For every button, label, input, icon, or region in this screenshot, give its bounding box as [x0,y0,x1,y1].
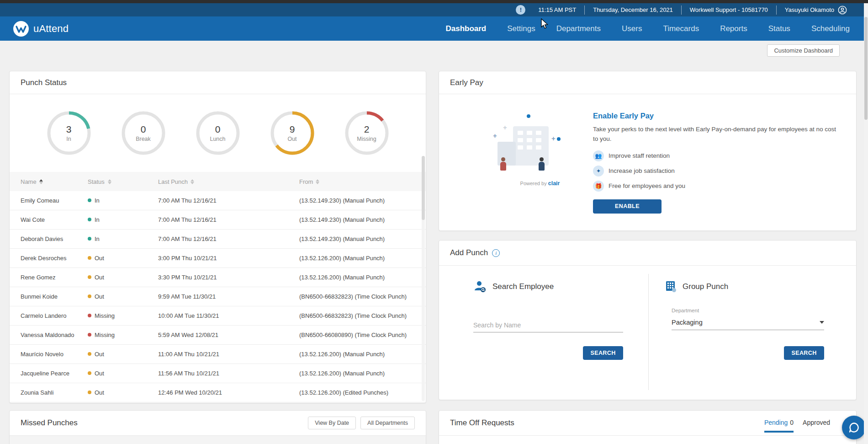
top-status-bar: ! 11:15 AM PST Thursday, December 16, 20… [0,3,868,16]
department-select[interactable]: Packaging [672,317,824,330]
circle-label: Break [136,136,151,142]
customize-dashboard-button[interactable]: Customize Dashboard [767,44,840,57]
sparkles-icon: ✦ [593,166,604,177]
status-dot [88,391,91,394]
table-scroll-thumb[interactable] [422,156,425,220]
table-row[interactable]: Rene GomezOut3:30 PM Thu 10/21/21(13.52.… [10,268,426,287]
time-off-header: Time Off Requests Pending 0 Approved [439,411,856,436]
alert-icon[interactable]: ! [516,5,525,15]
info-icon[interactable]: i [492,249,500,257]
nav-item-reports[interactable]: Reports [720,24,747,33]
powered-by-clair: Powered by clair [506,180,574,187]
nav-item-status[interactable]: Status [768,24,790,33]
status-dot [88,218,91,221]
chat-launcher-button[interactable] [842,416,866,439]
table-row[interactable]: Vanessa MaldonadoMissing5:59 AM Wed 12/0… [10,326,426,345]
column-header-status[interactable]: Status [88,178,158,185]
nav-item-timecards[interactable]: Timecards [663,24,699,33]
table-row[interactable]: Emily ComeauIn7:00 AM Thu 12/16/21(13.52… [10,191,426,210]
table-row[interactable]: Bunmei KoideOut9:59 AM Tue 11/30/21(BN65… [10,287,426,306]
table-row[interactable]: Jacqueline PearceOut11:56 AM Thu 10/21/2… [10,364,426,383]
early-pay-title: Early Pay [450,78,483,87]
early-pay-card: Early Pay + + + [439,71,857,231]
tab-approved[interactable]: Approved [803,419,832,427]
table-row[interactable]: Deborah DaviesIn7:00 AM Thu 12/16/21(13.… [10,230,426,249]
punch-status-header: Punch Status [10,71,426,94]
cell-from: (13.52.149.230) (Manual Punch) [299,216,426,224]
cell-last-punch: 7:00 AM Thu 12/16/21 [158,235,299,243]
cell-status: Missing [88,331,158,339]
circle-label: Out [287,136,296,142]
column-header-name[interactable]: Name [21,178,88,185]
cell-from: (13.52.126.200) (Manual Punch) [299,273,426,282]
cell-from: (BN6500-66832823) (Time Clock Punch) [299,293,426,301]
cell-from: (13.52.149.230) (Manual Punch) [299,197,426,205]
nav-item-scheduling[interactable]: Scheduling [811,24,850,33]
punch-circle-in[interactable]: 3In [46,110,92,156]
punch-status-title: Punch Status [21,78,67,87]
search-employee-input[interactable] [473,320,623,332]
cell-from: (13.52.126.200) (Manual Punch) [299,350,426,358]
department-selected-value: Packaging [672,319,703,326]
nav-item-settings[interactable]: Settings [507,24,535,33]
user-menu[interactable]: Yasuyuki Okamoto [776,5,855,15]
table-scrollbar[interactable] [422,156,425,401]
user-name: Yasuyuki Okamoto [785,6,834,13]
cell-name: Carmelo Landero [21,312,88,320]
early-pay-paragraph: Take your perks to the next level with E… [593,125,842,144]
cell-last-punch: 7:00 AM Thu 12/16/21 [158,216,299,224]
punch-circle-out[interactable]: 9Out [270,110,315,156]
table-row[interactable]: Carmelo LanderoMissing10:00 AM Tue 11/30… [10,306,426,326]
cell-last-punch: 10:00 AM Tue 11/30/21 [158,312,299,320]
search-employee-button[interactable]: SEARCH [583,346,623,360]
cell-last-punch: 9:59 AM Tue 11/30/21 [158,293,299,301]
add-punch-body: Search Employee SEARCH Group Punch Depar… [439,266,856,400]
cell-status: In [88,216,158,224]
cell-last-punch: 3:30 PM Thu 10/21/21 [158,273,299,282]
sort-icon [191,179,194,184]
page-scrollbar[interactable] [864,3,868,444]
brand-logo[interactable]: uAttend [13,21,69,37]
time-off-tabs: Pending 0 Approved [764,419,845,427]
column-header-from[interactable]: From [299,178,426,185]
punch-circle-lunch[interactable]: 0Lunch [195,110,241,156]
early-pay-bullet: 👥Improve staff retention [593,150,849,161]
cell-name: Bunmei Koide [21,293,88,301]
punch-circle-break[interactable]: 0Break [121,110,166,156]
enable-button[interactable]: ENABLE [593,199,662,214]
sort-icon [316,179,319,184]
status-dot [88,352,91,356]
cell-name: Maurício Novelo [21,350,88,358]
table-row[interactable]: Maurício NoveloOut11:00 AM Thu 10/21/21(… [10,345,426,364]
nav-item-departments[interactable]: Departments [556,24,601,33]
status-dot [88,237,91,241]
nav-item-users[interactable]: Users [622,24,642,33]
circle-label: Missing [357,136,376,142]
cell-name: Rene Gomez [21,273,88,282]
all-departments-button[interactable]: All Departments [360,417,415,429]
page-scroll-thumb[interactable] [864,17,868,120]
column-header-last-punch[interactable]: Last Punch [158,178,299,185]
punch-circles: 3In0Break0Lunch9Out2Missing [10,94,426,172]
cell-last-punch: 12:46 PM Wed 10/20/21 [158,389,299,397]
chevron-down-icon [820,321,824,326]
tab-pending[interactable]: Pending 0 [764,419,794,427]
group-punch-search-button[interactable]: SEARCH [784,346,824,360]
circle-value: 9 [290,124,295,135]
early-pay-bullet: ✦Increase job satisfaction [593,166,849,177]
punch-circle-missing[interactable]: 2Missing [344,110,390,156]
nav-item-dashboard[interactable]: Dashboard [445,24,486,33]
view-by-date-button[interactable]: View By Date [308,417,356,429]
table-row[interactable]: Wai CoteIn7:00 AM Thu 12/16/21(13.52.149… [10,210,426,230]
column-divider [648,274,649,390]
cell-last-punch: 11:00 AM Thu 10/21/21 [158,350,299,358]
people-icon: 👥 [593,150,604,161]
cell-name: Emily Comeau [21,197,88,205]
group-punch-heading: Group Punch [665,280,728,293]
nav-items: DashboardSettingsDepartmentsUsersTimecar… [445,24,855,33]
early-pay-text: Enable Early Pay Take your perks to the … [593,112,849,214]
table-row[interactable]: Zounia SahliOut12:46 PM Wed 10/20/21(13.… [10,383,426,402]
bullet-label: Free for employees and you [609,182,685,189]
cell-last-punch: 11:56 AM Thu 10/21/21 [158,369,299,378]
table-row[interactable]: Derek DesrochesOut3:00 PM Thu 10/21/21(1… [10,249,426,268]
